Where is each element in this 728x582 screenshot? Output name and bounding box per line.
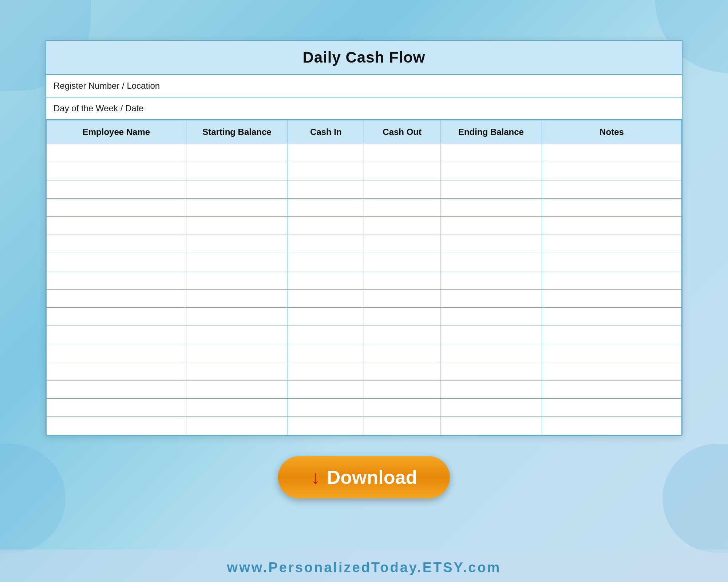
table-cell — [47, 199, 186, 217]
table-cell — [440, 344, 542, 362]
table-cell — [288, 399, 364, 417]
table-row — [47, 235, 682, 253]
table-cell — [288, 362, 364, 380]
table-cell — [186, 290, 288, 308]
table-body — [47, 144, 682, 435]
table-cell — [186, 380, 288, 399]
table-container: Employee Name Starting Balance Cash In C… — [46, 120, 682, 435]
page-title: Daily Cash Flow — [302, 49, 425, 66]
header-row: Employee Name Starting Balance Cash In C… — [47, 120, 682, 144]
table-cell — [440, 290, 542, 308]
table-cell — [364, 235, 440, 253]
table-cell — [186, 344, 288, 362]
table-cell — [47, 235, 186, 253]
table-cell — [364, 417, 440, 435]
table-cell — [47, 362, 186, 380]
table-cell — [440, 180, 542, 199]
table-cell — [288, 253, 364, 271]
day-row: Day of the Week / Date — [46, 97, 682, 120]
table-cell — [440, 253, 542, 271]
table-row — [47, 399, 682, 417]
table-cell — [542, 162, 682, 180]
table-row — [47, 380, 682, 399]
table-cell — [47, 399, 186, 417]
footer-text: www.PersonalizedToday.ETSY.com — [227, 560, 501, 575]
table-cell — [288, 199, 364, 217]
table-cell — [542, 235, 682, 253]
table-cell — [542, 326, 682, 344]
table-header: Employee Name Starting Balance Cash In C… — [47, 120, 682, 144]
table-cell — [542, 417, 682, 435]
table-cell — [364, 290, 440, 308]
table-row — [47, 180, 682, 199]
table-row — [47, 308, 682, 326]
table-cell — [288, 217, 364, 235]
table-row — [47, 253, 682, 271]
main-card: Daily Cash Flow Register Number / Locati… — [46, 40, 682, 436]
table-cell — [542, 308, 682, 326]
table-cell — [47, 271, 186, 290]
table-cell — [542, 362, 682, 380]
header-cash-out: Cash Out — [364, 120, 440, 144]
table-cell — [364, 253, 440, 271]
table-cell — [542, 290, 682, 308]
header-starting-balance: Starting Balance — [186, 120, 288, 144]
bg-decoration-br — [662, 444, 728, 553]
table-cell — [288, 162, 364, 180]
download-arrow-icon: ↓ — [311, 466, 320, 488]
table-cell — [364, 344, 440, 362]
table-cell — [186, 399, 288, 417]
table-cell — [364, 399, 440, 417]
table-cell — [542, 380, 682, 399]
table-cell — [364, 308, 440, 326]
footer: www.PersonalizedToday.ETSY.com — [0, 550, 728, 582]
register-row: Register Number / Location — [46, 75, 682, 97]
table-cell — [186, 199, 288, 217]
table-cell — [364, 180, 440, 199]
table-cell — [440, 362, 542, 380]
table-cell — [186, 162, 288, 180]
table-cell — [440, 399, 542, 417]
table-row — [47, 326, 682, 344]
header-employee-name: Employee Name — [47, 120, 186, 144]
table-cell — [440, 144, 542, 162]
table-row — [47, 217, 682, 235]
table-cell — [440, 217, 542, 235]
header-ending-balance: Ending Balance — [440, 120, 542, 144]
table-cell — [288, 344, 364, 362]
table-cell — [186, 271, 288, 290]
footer-url: www.PersonalizedToday.ETSY.com — [227, 560, 501, 575]
table-cell — [542, 144, 682, 162]
table-cell — [288, 235, 364, 253]
table-cell — [288, 271, 364, 290]
table-cell — [440, 417, 542, 435]
title-row: Daily Cash Flow — [46, 41, 682, 75]
table-cell — [186, 253, 288, 271]
day-label: Day of the Week / Date — [54, 103, 144, 113]
download-button[interactable]: ↓ Download — [278, 456, 450, 498]
table-row — [47, 344, 682, 362]
table-cell — [186, 362, 288, 380]
table-cell — [440, 199, 542, 217]
table-cell — [288, 308, 364, 326]
table-cell — [186, 180, 288, 199]
table-cell — [542, 253, 682, 271]
table-cell — [364, 380, 440, 399]
table-cell — [288, 417, 364, 435]
table-cell — [542, 217, 682, 235]
table-cell — [440, 235, 542, 253]
table-row — [47, 271, 682, 290]
register-label: Register Number / Location — [54, 81, 160, 91]
table-cell — [542, 271, 682, 290]
table-cell — [186, 308, 288, 326]
table-cell — [47, 144, 186, 162]
bg-decoration-bl — [0, 444, 66, 553]
table-cell — [440, 326, 542, 344]
table-row — [47, 417, 682, 435]
table-cell — [364, 362, 440, 380]
table-cell — [364, 326, 440, 344]
download-label: Download — [327, 466, 417, 488]
table-cell — [542, 399, 682, 417]
table-cell — [542, 199, 682, 217]
table-cell — [542, 344, 682, 362]
